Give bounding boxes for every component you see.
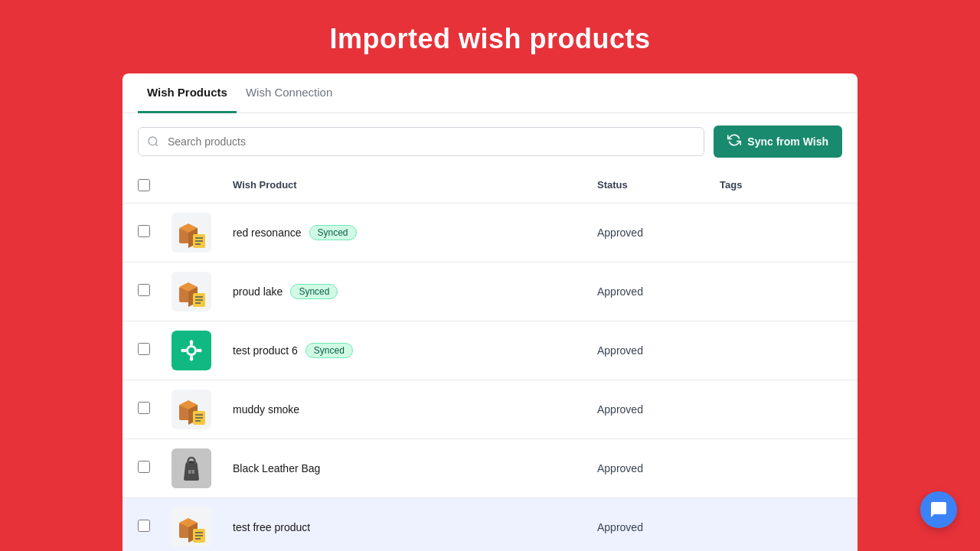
- product-name: Black Leather Bag: [233, 462, 320, 474]
- row-image-cell: [172, 213, 233, 253]
- search-icon: [147, 135, 159, 148]
- product-image: [172, 272, 211, 311]
- header-product: Wish Product: [233, 176, 597, 197]
- product-name: test product 6: [233, 344, 298, 357]
- toolbar: Sync from Wish: [122, 113, 858, 170]
- svg-point-0: [149, 137, 157, 145]
- product-name: test free product: [233, 521, 310, 533]
- row-checkbox[interactable]: [138, 225, 150, 237]
- row-checkbox-cell: [138, 284, 172, 299]
- product-image: [172, 448, 211, 488]
- row-checkbox[interactable]: [138, 343, 150, 355]
- tab-wish-connection[interactable]: Wish Connection: [237, 73, 341, 113]
- sync-icon: [727, 133, 741, 150]
- product-image: [172, 213, 211, 253]
- row-checkbox-cell: [138, 461, 172, 476]
- row-checkbox-cell: [138, 520, 172, 535]
- row-checkbox-cell: [138, 343, 172, 358]
- search-wrapper: [138, 127, 704, 156]
- row-product-name-cell: muddy smoke: [233, 403, 597, 416]
- row-image-cell: [172, 390, 233, 429]
- row-checkbox-cell: [138, 225, 172, 240]
- select-all-checkbox[interactable]: [138, 179, 150, 191]
- row-checkbox-cell: [138, 402, 172, 417]
- table-header: Wish Product Status Tags: [122, 170, 858, 204]
- row-product-name-cell: test product 6 Synced: [233, 343, 597, 358]
- row-product-name-cell: red resonance Synced: [233, 225, 597, 240]
- svg-line-1: [155, 144, 158, 146]
- row-image-cell: [172, 331, 233, 370]
- row-product-name-cell: test free product: [233, 521, 597, 533]
- table-row: red resonance Synced Approved: [122, 204, 858, 262]
- product-image: [172, 390, 211, 429]
- product-image: [172, 507, 211, 547]
- synced-badge: Synced: [290, 284, 338, 299]
- table-row: muddy smoke Approved: [122, 380, 858, 439]
- row-checkbox[interactable]: [138, 520, 150, 532]
- chat-button[interactable]: [920, 491, 957, 528]
- product-name: proud lake: [233, 285, 283, 298]
- row-status: Approved: [597, 344, 720, 357]
- table-row: Black Leather Bag Approved: [122, 439, 858, 498]
- table-row: test product 6 Synced Approved: [122, 321, 858, 380]
- chat-icon: [929, 500, 948, 519]
- row-product-name-cell: Black Leather Bag: [233, 462, 597, 474]
- header-checkbox: [138, 176, 172, 197]
- row-checkbox[interactable]: [138, 402, 150, 414]
- row-checkbox[interactable]: [138, 461, 150, 473]
- table-row: proud lake Synced Approved: [122, 262, 858, 321]
- product-image: [172, 331, 211, 370]
- table-row: test free product Approved: [122, 498, 858, 551]
- sync-from-wish-button[interactable]: Sync from Wish: [714, 126, 842, 158]
- product-name: red resonance: [233, 227, 302, 239]
- page-title: Imported wish products: [329, 23, 650, 55]
- row-image-cell: [172, 448, 233, 488]
- row-status: Approved: [597, 227, 720, 239]
- main-card: Wish Products Wish Connection Sync from: [122, 73, 858, 551]
- row-status: Approved: [597, 462, 720, 474]
- search-input[interactable]: [138, 127, 704, 156]
- row-image-cell: [172, 507, 233, 547]
- product-name: muddy smoke: [233, 403, 299, 416]
- row-product-name-cell: proud lake Synced: [233, 284, 597, 299]
- header-tags: Tags: [720, 176, 842, 197]
- header-status: Status: [597, 176, 720, 197]
- tabs-bar: Wish Products Wish Connection: [122, 73, 858, 113]
- row-status: Approved: [597, 403, 720, 416]
- row-status: Approved: [597, 285, 720, 298]
- row-image-cell: [172, 272, 233, 311]
- tab-wish-products[interactable]: Wish Products: [138, 73, 237, 113]
- row-status: Approved: [597, 521, 720, 533]
- synced-badge: Synced: [309, 225, 357, 240]
- sync-button-label: Sync from Wish: [747, 135, 828, 148]
- synced-badge: Synced: [305, 343, 353, 358]
- row-checkbox[interactable]: [138, 284, 150, 296]
- svg-point-20: [188, 347, 194, 354]
- header-image: [172, 176, 233, 197]
